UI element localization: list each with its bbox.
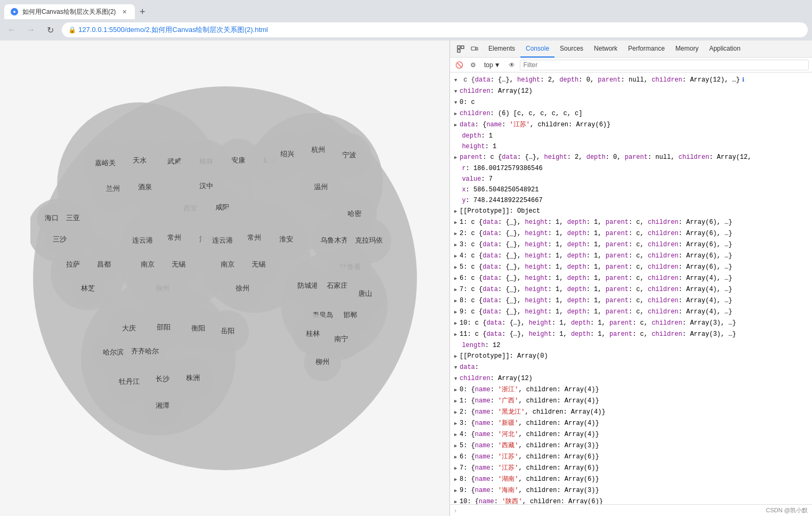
reload-button[interactable]: ↻ (43, 22, 58, 37)
expand-arrow-22[interactable] (454, 318, 460, 328)
context-label: top (484, 61, 493, 69)
city-sansha-label: 三沙 (53, 235, 67, 243)
city-wuxi-r-label: 无锡 (252, 260, 266, 268)
clear-console-button[interactable]: 🚫 (453, 59, 465, 71)
svg-rect-2 (457, 50, 460, 52)
expand-arrow-28[interactable] (454, 385, 460, 395)
expand-arrow-27[interactable] (454, 374, 460, 384)
console-line-5: depth: 1 (450, 131, 812, 141)
console-line-11: y: 748.24418922254667 (450, 195, 812, 206)
console-filter-input[interactable] (520, 60, 809, 70)
expand-arrow-16[interactable] (454, 251, 460, 261)
expand-arrow-32[interactable] (454, 430, 460, 440)
city-changdu-label: 昌都 (97, 260, 111, 268)
canvas-area: 嘉峪关 天水 武威 榆林 安康 延安 兰州 酒泉 西安 咸阳 汉中 (0, 41, 449, 516)
console-line-29: 1: {name: '广西', children: Array(4)} (450, 396, 812, 407)
console-line-24: length: 12 (450, 340, 812, 351)
console-line-35: 7: {name: '江苏', children: Array(6)} (450, 463, 812, 474)
main-area: 嘉峪关 天水 武威 榆林 安康 延安 兰州 酒泉 西安 咸阳 汉中 (0, 41, 812, 516)
devtools-tab-performance[interactable]: Performance (623, 41, 670, 58)
devtools-tab-application[interactable]: Application (704, 41, 746, 58)
city-hanzhong-label: 汉中 (199, 182, 213, 190)
city-nanjing-r-label: 南京 (221, 260, 235, 268)
tab-title: 如何用Canvas绘制层次关系图(2) (22, 7, 116, 17)
console-output[interactable]: c {data: {…}, height: 2, depth: 0, paren… (450, 72, 812, 504)
console-line-36: 8: {name: '湖南', children: Array(6)} (450, 474, 812, 485)
expand-arrow-31[interactable] (454, 418, 460, 429)
city-jiuquan-label: 酒泉 (138, 183, 152, 191)
expand-arrow-15[interactable] (454, 240, 460, 250)
url-bar[interactable]: 🔒 127.0.0.1:5500/demo/2.如何用Canvas绘制层次关系图… (62, 22, 808, 37)
expand-arrow-17[interactable] (454, 262, 460, 272)
devtools-tab-sources[interactable]: Sources (554, 41, 589, 58)
expand-arrow-26[interactable] (454, 362, 460, 373)
city-jiayuguan-label: 嘉峪关 (94, 159, 115, 167)
expand-arrow-29[interactable] (454, 396, 460, 406)
console-settings-button[interactable]: ⚙ (467, 59, 479, 71)
new-tab-button[interactable]: + (135, 4, 150, 19)
expand-arrow-20[interactable] (454, 296, 460, 306)
console-line-0: c {data: {…}, height: 2, depth: 0, paren… (450, 75, 812, 86)
expand-arrow-36[interactable] (454, 474, 460, 485)
expand-arrow-38[interactable] (454, 497, 460, 504)
console-line-22: 10: c {data: {…}, height: 1, depth: 1, p… (450, 318, 812, 329)
console-line-16: 4: c {data: {_}, height: 1, depth: 1, pa… (450, 251, 812, 262)
devtools-tabs-bar: Elements Console Sources Network Perform… (450, 41, 812, 58)
expand-arrow-18[interactable] (454, 273, 460, 284)
expand-arrow-1[interactable] (454, 86, 460, 96)
city-hami-label: 哈密 (348, 209, 361, 217)
expand-arrow-3[interactable] (454, 109, 460, 119)
console-line-27: children: Array(12) (450, 373, 812, 384)
expand-arrow-12[interactable] (454, 206, 460, 216)
city-daqing-label: 大庆 (122, 324, 136, 332)
active-tab[interactable]: ● 如何用Canvas绘制层次关系图(2) ✕ (4, 4, 135, 19)
console-line-23: 11: c {data: {…}, height: 1, depth: 1, p… (450, 329, 812, 340)
expand-arrow-35[interactable] (454, 463, 460, 473)
forward-button[interactable]: → (23, 22, 38, 37)
expand-arrow-2[interactable] (454, 98, 460, 108)
info-icon-0: ℹ (742, 75, 744, 85)
devtools-panel: Elements Console Sources Network Perform… (449, 41, 812, 516)
expand-arrow-14[interactable] (454, 229, 460, 239)
expand-arrow-33[interactable] (454, 441, 460, 451)
city-lasa-label: 拉萨 (66, 260, 80, 268)
device-toggle-button[interactable] (468, 43, 481, 55)
tab-favicon: ● (11, 8, 18, 15)
back-button[interactable]: ← (4, 22, 19, 37)
city-changzhou-l-label: 常州 (167, 233, 181, 241)
city-kelamayi-label: 克拉玛依 (355, 236, 383, 244)
city-mudanjiang-label: 牡丹江 (118, 377, 139, 385)
expand-arrow-21[interactable] (454, 307, 460, 317)
expand-arrow-34[interactable] (454, 452, 460, 462)
tab-close-button[interactable]: ✕ (120, 7, 128, 16)
devtools-tab-memory[interactable]: Memory (670, 41, 704, 58)
console-line-8: r: 186.00172579386546 (450, 163, 812, 174)
context-selector[interactable]: top ▼ (481, 60, 504, 70)
expand-arrow-37[interactable] (454, 486, 460, 496)
eye-button[interactable]: 👁 (506, 59, 518, 71)
city-xiangtan-label: 湘潭 (156, 401, 170, 409)
bubble-chart-svg: 嘉峪关 天水 武威 榆林 安康 延安 兰州 酒泉 西安 咸阳 汉中 (30, 44, 420, 513)
devtools-tab-elements[interactable]: Elements (483, 41, 520, 58)
inspect-element-button[interactable] (454, 43, 467, 55)
expand-arrow-25[interactable] (454, 351, 460, 361)
console-line-6: height: 1 (450, 141, 812, 152)
expand-arrow-23[interactable] (454, 329, 460, 340)
console-line-18: 6: c {data: {_}, height: 1, depth: 1, pa… (450, 273, 812, 284)
city-shijiazhuang-label: 石家庄 (326, 281, 347, 289)
expand-arrow-0[interactable] (454, 75, 460, 85)
expand-arrow-30[interactable] (454, 407, 460, 417)
expand-arrow-13[interactable] (454, 217, 460, 228)
expand-arrow-7[interactable] (454, 152, 460, 163)
city-liuzhou-label: 柳州 (316, 358, 329, 366)
console-line-20: 8: c {data: {_}, height: 1, depth: 1, pa… (450, 295, 812, 307)
city-hengyang-label: 衡阳 (191, 324, 205, 332)
console-line-31: 3: {name: '新疆', children: Array(4)} (450, 418, 812, 429)
city-huaian-r-label: 淮安 (279, 235, 293, 243)
console-line-33: 5: {name: '西藏', children: Array(3)} (450, 440, 812, 452)
devtools-icon-group (452, 43, 483, 55)
devtools-tab-network[interactable]: Network (589, 41, 623, 58)
devtools-tab-console[interactable]: Console (520, 41, 554, 58)
expand-arrow-19[interactable] (454, 285, 460, 295)
expand-arrow-4[interactable] (454, 120, 460, 130)
